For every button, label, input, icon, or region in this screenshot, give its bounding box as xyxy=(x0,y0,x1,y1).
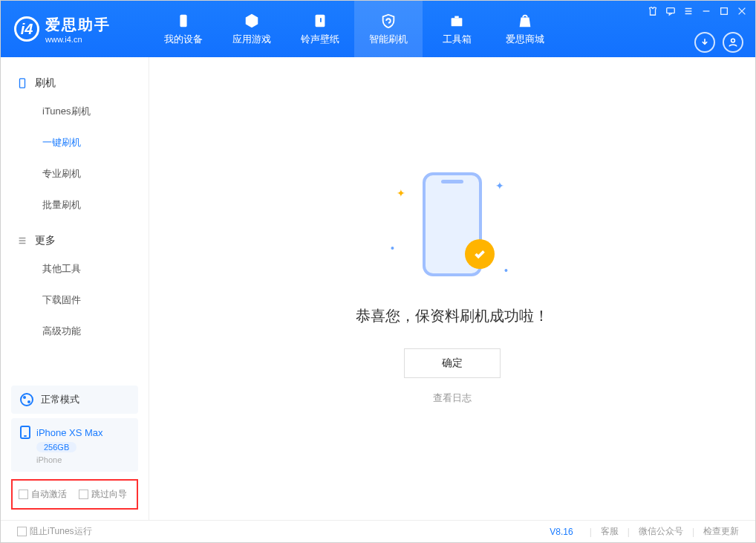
success-illustration: ✦✦ •• xyxy=(404,172,501,284)
sidebar-section-more: 更多 xyxy=(1,228,149,253)
tab-toolbox[interactable]: 工具箱 xyxy=(423,1,491,57)
device-type: iPhone xyxy=(36,455,129,464)
tab-my-device[interactable]: 我的设备 xyxy=(149,1,218,57)
device-panel[interactable]: iPhone XS Max 256GB iPhone xyxy=(11,418,138,472)
checkbox-block-itunes[interactable]: 阻止iTunes运行 xyxy=(17,525,92,538)
close-button[interactable] xyxy=(736,5,748,17)
refresh-shield-icon xyxy=(379,12,397,30)
menu-icon[interactable] xyxy=(682,5,694,17)
mode-panel[interactable]: 正常模式 xyxy=(11,386,138,414)
tab-smart-flash[interactable]: 智能刷机 xyxy=(354,1,423,57)
device-icon xyxy=(175,12,192,30)
tab-label: 铃声壁纸 xyxy=(301,33,339,46)
sidebar-item-itunes-flash[interactable]: iTunes刷机 xyxy=(42,96,149,127)
checkbox-skip-guide[interactable]: 跳过向导 xyxy=(79,488,127,501)
footer-link-wechat[interactable]: 微信公众号 xyxy=(639,525,683,538)
tab-ringtone-wallpaper[interactable]: 铃声壁纸 xyxy=(286,1,354,57)
view-log-link[interactable]: 查看日志 xyxy=(433,391,472,405)
mode-icon xyxy=(20,393,33,406)
device-capacity: 256GB xyxy=(36,442,76,452)
window-controls xyxy=(647,5,748,17)
sidebar-item-oneclick-flash[interactable]: 一键刷机 xyxy=(42,127,149,158)
tab-store[interactable]: 爱思商城 xyxy=(491,1,559,57)
list-icon xyxy=(17,235,27,246)
shirt-icon[interactable] xyxy=(647,5,659,17)
tab-label: 我的设备 xyxy=(164,33,203,46)
sidebar: 刷机 iTunes刷机 一键刷机 专业刷机 批量刷机 更多 其他工具 下载固件 … xyxy=(1,57,149,520)
checkbox-icon xyxy=(79,490,88,499)
check-badge-icon xyxy=(465,239,495,269)
sidebar-item-advanced[interactable]: 高级功能 xyxy=(42,316,149,347)
tab-label: 爱思商城 xyxy=(506,33,544,46)
tab-label: 应用游戏 xyxy=(232,33,271,46)
success-message: 恭喜您，保资料刷机成功啦！ xyxy=(356,306,549,326)
options-highlight-box: 自动激活 跳过向导 xyxy=(11,479,138,510)
toolbox-icon xyxy=(448,12,466,30)
svg-rect-4 xyxy=(667,8,675,13)
app-title: 爱思助手 xyxy=(45,15,111,35)
tab-apps-games[interactable]: 应用游戏 xyxy=(218,1,286,57)
app-subtitle: www.i4.cn xyxy=(45,35,111,44)
header-bar: i4 爱思助手 www.i4.cn 我的设备 应用游戏 铃声壁纸 智能刷机 工具… xyxy=(1,1,755,57)
cube-icon xyxy=(243,12,261,30)
sidebar-item-other-tools[interactable]: 其他工具 xyxy=(42,253,149,284)
footer-bar: 阻止iTunes运行 V8.16 | 客服 | 微信公众号 | 检查更新 xyxy=(1,520,755,542)
svg-rect-7 xyxy=(20,79,25,88)
device-name: iPhone XS Max xyxy=(36,427,103,438)
checkbox-icon xyxy=(17,527,27,536)
user-account-button[interactable] xyxy=(723,32,743,53)
tab-label: 工具箱 xyxy=(443,33,472,46)
footer-link-support[interactable]: 客服 xyxy=(601,525,619,538)
download-button[interactable] xyxy=(694,32,715,53)
sidebar-item-batch-flash[interactable]: 批量刷机 xyxy=(42,189,149,221)
tab-label: 智能刷机 xyxy=(369,33,408,46)
minimize-button[interactable] xyxy=(700,5,712,17)
checkbox-auto-activate[interactable]: 自动激活 xyxy=(19,488,67,501)
music-note-icon xyxy=(311,12,329,30)
nav-tabs: 我的设备 应用游戏 铃声壁纸 智能刷机 工具箱 爱思商城 xyxy=(149,1,559,57)
checkbox-icon xyxy=(19,490,28,499)
main-content: ✦✦ •• 恭喜您，保资料刷机成功啦！ 确定 查看日志 xyxy=(149,57,755,520)
sidebar-item-download-firmware[interactable]: 下载固件 xyxy=(42,284,149,316)
logo-area: i4 爱思助手 www.i4.cn xyxy=(1,15,149,44)
svg-rect-2 xyxy=(452,18,463,26)
phone-small-icon xyxy=(20,426,30,439)
sidebar-section-flash: 刷机 xyxy=(1,71,149,96)
svg-rect-5 xyxy=(721,8,728,15)
svg-rect-0 xyxy=(180,15,186,27)
footer-link-update[interactable]: 检查更新 xyxy=(703,525,739,538)
svg-rect-3 xyxy=(454,16,459,19)
shopping-bag-icon xyxy=(516,12,534,30)
svg-point-6 xyxy=(731,39,735,42)
sidebar-item-pro-flash[interactable]: 专业刷机 xyxy=(42,158,149,189)
maximize-button[interactable] xyxy=(718,5,730,17)
mode-label: 正常模式 xyxy=(41,393,79,406)
phone-icon xyxy=(17,78,27,88)
version-label: V8.16 xyxy=(550,527,573,537)
app-logo-icon: i4 xyxy=(14,16,39,42)
feedback-icon[interactable] xyxy=(665,5,677,17)
ok-button[interactable]: 确定 xyxy=(404,348,501,378)
